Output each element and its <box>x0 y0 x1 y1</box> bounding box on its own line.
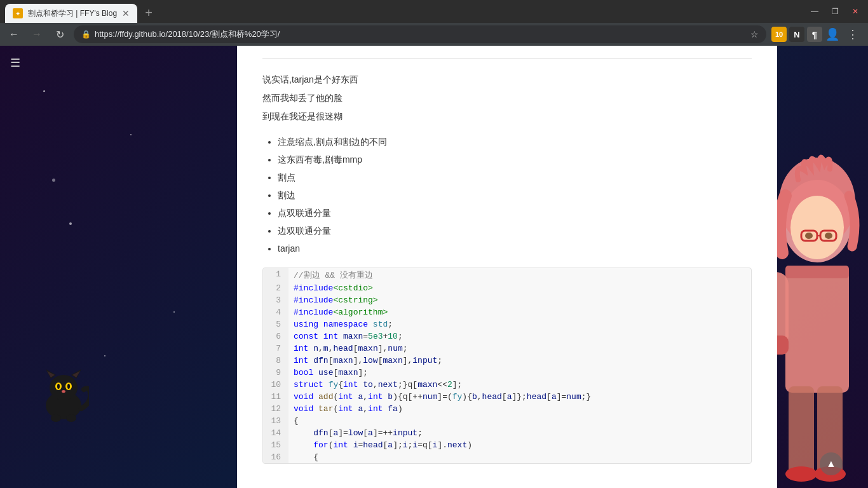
code-content: void tar(int a,int fa) <box>288 403 751 415</box>
list-item: 注意缩点,割点和割边的不同 <box>278 133 752 151</box>
code-row: 1 //割边 && 没有重边 <box>263 268 751 282</box>
code-row: 2 #include<cstdio> <box>263 282 751 294</box>
list-item: 边双联通分量 <box>278 222 752 240</box>
tab-title: 割点和桥学习 | FFY's Blog <box>28 8 117 19</box>
title-bar: ✦ 割点和桥学习 | FFY's Blog ✕ + — ❐ ✕ <box>0 0 868 23</box>
address-bar: ← → ↻ 🔒 https://ffdy.github.io/2018/10/2… <box>0 23 868 46</box>
code-content: int dfn[maxn],low[maxn],input; <box>288 355 751 367</box>
svg-point-23 <box>67 384 70 389</box>
code-content: //割边 && 没有重边 <box>288 268 751 282</box>
forward-button[interactable]: → <box>28 25 46 43</box>
url-text: https://ffdy.github.io/2018/10/23/割点和桥%2… <box>95 29 747 40</box>
content-area: 说实话,tarjan是个好东西 然而我却丢了他的脸 到现在我还是很迷糊 注意缩点… <box>146 46 868 488</box>
tab-close-button[interactable]: ✕ <box>122 8 130 18</box>
chrome-menu-button[interactable]: ⋮ <box>843 24 863 44</box>
code-content: #include<cstring> <box>288 294 751 306</box>
code-row: 4 #include<algorithm> <box>263 306 751 318</box>
svg-point-26 <box>66 414 76 422</box>
content-card: 说实话,tarjan是个好东西 然而我却丢了他的脸 到现在我还是很迷糊 注意缩点… <box>237 46 777 488</box>
extension-notion[interactable]: N <box>789 27 804 42</box>
code-row: 11 void add(int a,int b){q[++num]=(fy){b… <box>263 391 751 403</box>
svg-point-17 <box>50 375 78 400</box>
line-number: 5 <box>263 318 288 330</box>
code-row: 16 { <box>263 451 751 463</box>
code-content: const int maxn=5e3+10; <box>288 330 751 342</box>
svg-point-25 <box>51 414 61 422</box>
line-number: 2 <box>263 282 288 294</box>
line-number: 1 <box>263 268 288 282</box>
extension-text[interactable]: ¶ <box>807 27 822 42</box>
back-button[interactable]: ← <box>5 25 23 43</box>
code-content: dfn[a]=low[a]=++input; <box>288 427 751 439</box>
line-number: 7 <box>263 342 288 355</box>
code-row: 5 using namespace std; <box>263 318 751 330</box>
line-number: 6 <box>263 330 288 342</box>
line-number: 3 <box>263 294 288 306</box>
code-table: 1 //割边 && 没有重边 2 #include<cstdio> 3 #inc… <box>263 268 751 463</box>
line-number: 15 <box>263 439 288 451</box>
scroll-to-top-button[interactable]: ▲ <box>820 452 843 475</box>
code-row: 15 for(int i=head[a];i;i=q[i].next) <box>263 439 751 451</box>
svg-point-22 <box>57 384 60 389</box>
code-content: { <box>288 415 751 427</box>
code-row: 13 { <box>263 415 751 427</box>
code-row: 7 int n,m,head[maxn],num; <box>263 342 751 355</box>
intro-line-1: 说实话,tarjan是个好东西 <box>262 72 752 88</box>
code-content: void add(int a,int b){q[++num]=(fy){b,he… <box>288 391 751 403</box>
code-row: 12 void tar(int a,int fa) <box>263 403 751 415</box>
code-row: 3 #include<cstring> <box>263 294 751 306</box>
refresh-button[interactable]: ↻ <box>51 25 69 43</box>
code-block: 1 //割边 && 没有重边 2 #include<cstdio> 3 #inc… <box>262 268 752 464</box>
intro-line-3: 到现在我还是很迷糊 <box>262 109 752 125</box>
line-number: 14 <box>263 427 288 439</box>
code-row: 8 int dfn[maxn],low[maxn],input; <box>263 355 751 367</box>
code-row: 10 struct fy{int to,next;}q[maxn<<2]; <box>263 379 751 391</box>
topic-list: 注意缩点,割点和割边的不同 这东西有毒,剧毒mmp 割点 割边 点双联通分量 边… <box>262 133 752 257</box>
code-content: bool use[maxn]; <box>288 367 751 379</box>
line-number: 16 <box>263 451 288 463</box>
code-row: 9 bool use[maxn]; <box>263 367 751 379</box>
browser-chrome: ✦ 割点和桥学习 | FFY's Blog ✕ + — ❐ ✕ ← → ↻ 🔒 … <box>0 0 868 46</box>
tab-favicon: ✦ <box>13 8 23 18</box>
list-item: 割边 <box>278 186 752 204</box>
line-number: 13 <box>263 415 288 427</box>
list-item: 这东西有毒,剧毒mmp <box>278 151 752 168</box>
browser-tab[interactable]: ✦ 割点和桥学习 | FFY's Blog ✕ <box>5 4 137 23</box>
code-content: { <box>288 451 751 463</box>
maximize-button[interactable]: ❐ <box>827 4 843 19</box>
code-row: 14 dfn[a]=low[a]=++input; <box>263 427 751 439</box>
page-background: ✦ ✧ ✦ ✿ ❀ ✾ ☰ <box>0 46 868 488</box>
line-number: 8 <box>263 355 288 367</box>
new-tab-button[interactable]: + <box>140 4 158 22</box>
code-content: #include<cstdio> <box>288 282 751 294</box>
list-item: tarjan <box>278 240 752 257</box>
section-divider <box>262 58 752 59</box>
line-number: 12 <box>263 403 288 415</box>
sidebar-toggle[interactable]: ☰ <box>10 56 20 70</box>
code-content: #include<algorithm> <box>288 306 751 318</box>
code-content: struct fy{int to,next;}q[maxn<<2]; <box>288 379 751 391</box>
code-content: int n,m,head[maxn],num; <box>288 342 751 355</box>
url-bar[interactable]: 🔒 https://ffdy.github.io/2018/10/23/割点和桥… <box>74 25 766 43</box>
line-number: 4 <box>263 306 288 318</box>
window-controls: — ❐ ✕ <box>807 4 863 19</box>
intro-line-2: 然而我却丢了他的脸 <box>262 90 752 106</box>
lock-icon: 🔒 <box>81 30 91 39</box>
line-number: 10 <box>263 379 288 391</box>
bookmark-icon[interactable]: ☆ <box>750 29 759 39</box>
list-item: 点双联通分量 <box>278 204 752 222</box>
toolbar-extensions: 10 N ¶ 👤 ⋮ <box>771 24 863 44</box>
code-content: using namespace std; <box>288 318 751 330</box>
extension-rss[interactable]: 10 <box>771 27 787 42</box>
minimize-button[interactable]: — <box>807 4 822 19</box>
close-button[interactable]: ✕ <box>848 4 863 19</box>
line-number: 9 <box>263 367 288 379</box>
code-row: 6 const int maxn=5e3+10; <box>263 330 751 342</box>
line-number: 11 <box>263 391 288 403</box>
black-cat <box>38 367 89 424</box>
code-content: for(int i=head[a];i;i=q[i].next) <box>288 439 751 451</box>
svg-point-24 <box>62 390 65 393</box>
list-item: 割点 <box>278 168 752 186</box>
extension-user[interactable]: 👤 <box>825 27 840 42</box>
